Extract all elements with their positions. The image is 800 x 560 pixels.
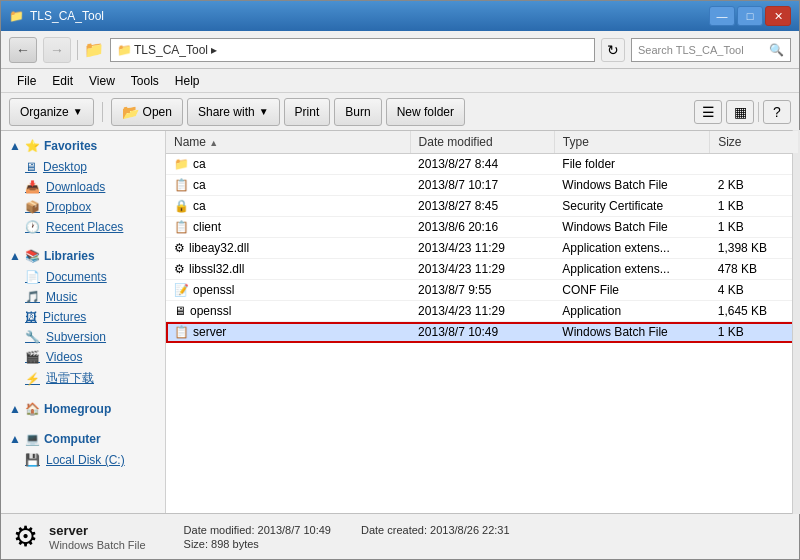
libraries-header[interactable]: ▲ 📚 Libraries: [1, 245, 165, 267]
sidebar-item-downloads[interactable]: 📥 Downloads: [1, 177, 165, 197]
table-row[interactable]: ⚙ libeay32.dll 2013/4/23 11:29 Applicati…: [166, 238, 799, 259]
print-button[interactable]: Print: [284, 98, 331, 126]
homegroup-chevron: ▲: [9, 402, 21, 416]
menu-edit[interactable]: Edit: [44, 72, 81, 90]
pictures-icon: 🖼: [25, 310, 37, 324]
status-filetype: Windows Batch File: [49, 539, 146, 551]
address-path: 📁 TLS_CA_Tool ▸: [117, 43, 217, 57]
sidebar-item-documents[interactable]: 📄 Documents: [1, 267, 165, 287]
sidebar-item-xunlei[interactable]: ⚡ 迅雷下载: [1, 367, 165, 390]
table-row[interactable]: ⚙ libssl32.dll 2013/4/23 11:29 Applicati…: [166, 259, 799, 280]
file-pane[interactable]: Name ▲ Date modified Type Size 📁 ca 2013…: [166, 131, 799, 513]
table-row[interactable]: 📋 ca 2013/8/7 10:17 Windows Batch File 2…: [166, 175, 799, 196]
forward-button[interactable]: →: [43, 37, 71, 63]
file-icon: 📁: [174, 157, 189, 171]
sidebar-item-subversion[interactable]: 🔧 Subversion: [1, 327, 165, 347]
menu-help[interactable]: Help: [167, 72, 208, 90]
computer-header[interactable]: ▲ 💻 Computer: [1, 428, 165, 450]
burn-label: Burn: [345, 105, 370, 119]
file-icon: 🔒: [174, 199, 189, 213]
search-box[interactable]: Search TLS_CA_Tool 🔍: [631, 38, 791, 62]
table-row[interactable]: 🔒 ca 2013/8/27 8:45 Security Certificate…: [166, 196, 799, 217]
sidebar-item-recent[interactable]: 🕐 Recent Places: [1, 217, 165, 237]
col-date[interactable]: Date modified: [410, 131, 554, 154]
maximize-button[interactable]: □: [737, 6, 763, 26]
view-button[interactable]: ▦: [726, 100, 754, 124]
table-row[interactable]: 📁 ca 2013/8/27 8:44 File folder: [166, 154, 799, 175]
table-row[interactable]: 🖥 openssl 2013/4/23 11:29 Application 1,…: [166, 301, 799, 322]
minimize-button[interactable]: —: [709, 6, 735, 26]
new-folder-button[interactable]: New folder: [386, 98, 465, 126]
desktop-label: Desktop: [43, 160, 87, 174]
organize-button[interactable]: Organize ▼: [9, 98, 94, 126]
favorites-header[interactable]: ▲ ⭐ Favorites: [1, 135, 165, 157]
table-row[interactable]: 📝 openssl 2013/8/7 9:55 CONF File 4 KB: [166, 280, 799, 301]
sidebar-section-computer: ▲ 💻 Computer 💾 Local Disk (C:): [1, 424, 165, 474]
file-table: Name ▲ Date modified Type Size 📁 ca 2013…: [166, 131, 799, 343]
file-name: server: [193, 325, 226, 339]
file-name-cell: 📝 openssl: [166, 280, 410, 301]
address-input[interactable]: 📁 TLS_CA_Tool ▸: [110, 38, 595, 62]
table-row[interactable]: 📋 server 2013/8/7 10:49 Windows Batch Fi…: [166, 322, 799, 343]
videos-label: Videos: [46, 350, 82, 364]
sidebar-item-local-disk[interactable]: 💾 Local Disk (C:): [1, 450, 165, 470]
desktop-icon: 🖥: [25, 160, 37, 174]
sidebar-section-favorites: ▲ ⭐ Favorites 🖥 Desktop 📥 Downloads 📦 Dr…: [1, 131, 165, 241]
window: 📁 TLS_CA_Tool — □ ✕ ← → 📁 📁 TLS_CA_Tool …: [0, 0, 800, 560]
close-button[interactable]: ✕: [765, 6, 791, 26]
sidebar-item-music[interactable]: 🎵 Music: [1, 287, 165, 307]
col-type[interactable]: Type: [554, 131, 709, 154]
recent-icon: 🕐: [25, 220, 40, 234]
local-disk-icon: 💾: [25, 453, 40, 467]
organize-chevron: ▼: [73, 106, 83, 117]
share-with-button[interactable]: Share with ▼: [187, 98, 280, 126]
help-button[interactable]: ?: [763, 100, 791, 124]
file-type: Application extens...: [554, 259, 709, 280]
sidebar-item-videos[interactable]: 🎬 Videos: [1, 347, 165, 367]
file-name-cell: 📋 client: [166, 217, 410, 238]
window-title: TLS_CA_Tool: [30, 9, 104, 23]
file-name-cell: 📋 ca: [166, 175, 410, 196]
sidebar-section-libraries: ▲ 📚 Libraries 📄 Documents 🎵 Music 🖼 Pict…: [1, 241, 165, 394]
file-name: libssl32.dll: [189, 262, 244, 276]
file-date: 2013/8/7 10:17: [410, 175, 554, 196]
recent-label: Recent Places: [46, 220, 123, 234]
menu-view[interactable]: View: [81, 72, 123, 90]
main-content: ▲ ⭐ Favorites 🖥 Desktop 📥 Downloads 📦 Dr…: [1, 131, 799, 513]
open-button[interactable]: 📂 Open: [111, 98, 183, 126]
homegroup-header[interactable]: ▲ 🏠 Homegroup: [1, 398, 165, 420]
new-folder-label: New folder: [397, 105, 454, 119]
computer-label: Computer: [44, 432, 101, 446]
libraries-icon: 📚: [25, 249, 40, 263]
organize-label: Organize: [20, 105, 69, 119]
music-icon: 🎵: [25, 290, 40, 304]
refresh-button[interactable]: ↻: [601, 38, 625, 62]
burn-button[interactable]: Burn: [334, 98, 381, 126]
sidebar-item-dropbox[interactable]: 📦 Dropbox: [1, 197, 165, 217]
file-icon: 📝: [174, 283, 189, 297]
status-bar: ⚙ server Windows Batch File Date modifie…: [1, 513, 799, 559]
downloads-icon: 📥: [25, 180, 40, 194]
back-button[interactable]: ←: [9, 37, 37, 63]
videos-icon: 🎬: [25, 350, 40, 364]
menu-tools[interactable]: Tools: [123, 72, 167, 90]
pictures-label: Pictures: [43, 310, 86, 324]
menu-file[interactable]: File: [9, 72, 44, 90]
sidebar-item-desktop[interactable]: 🖥 Desktop: [1, 157, 165, 177]
share-chevron: ▼: [259, 106, 269, 117]
view-toggle-button[interactable]: ☰: [694, 100, 722, 124]
xunlei-icon: ⚡: [25, 372, 40, 386]
local-disk-label: Local Disk (C:): [46, 453, 125, 467]
col-name[interactable]: Name ▲: [166, 131, 410, 154]
table-header-row: Name ▲ Date modified Type Size: [166, 131, 799, 154]
file-size: 1,398 KB: [710, 238, 799, 259]
col-size[interactable]: Size: [710, 131, 799, 154]
file-icon: 📋: [174, 220, 189, 234]
status-created-label: Date created: 2013/8/26 22:31: [361, 524, 510, 536]
sidebar-item-pictures[interactable]: 🖼 Pictures: [1, 307, 165, 327]
file-size: 1,645 KB: [710, 301, 799, 322]
file-name-cell: 🖥 openssl: [166, 301, 410, 322]
table-row[interactable]: 📋 client 2013/8/6 20:16 Windows Batch Fi…: [166, 217, 799, 238]
subversion-icon: 🔧: [25, 330, 40, 344]
open-icon: 📂: [122, 104, 139, 120]
